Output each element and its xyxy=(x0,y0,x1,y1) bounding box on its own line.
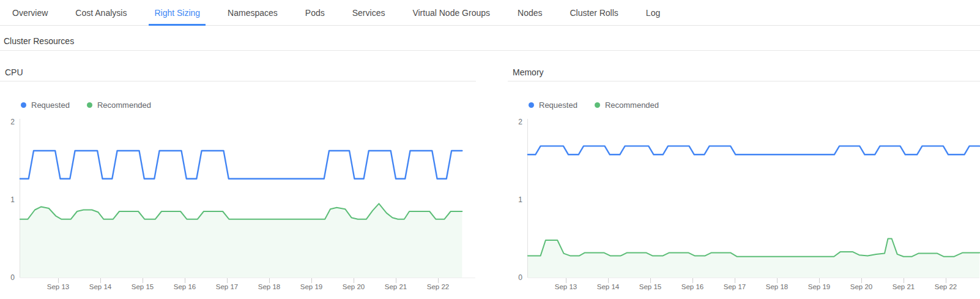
x-axis-label: Sep 17 xyxy=(216,283,238,290)
memory-chart-title: Memory xyxy=(508,67,980,81)
requested-line xyxy=(528,146,979,154)
x-axis-label: Sep 14 xyxy=(597,283,620,290)
tab-namespaces[interactable]: Namespaces xyxy=(228,0,278,25)
legend-item-recommended[interactable]: Recommended xyxy=(595,100,659,110)
requested-dot-icon xyxy=(529,102,534,108)
recommended-dot-icon xyxy=(595,102,600,108)
recommended-area xyxy=(20,203,462,278)
memory-chart-panel: Memory Requested Recommended 012Sep 13Se… xyxy=(508,51,980,293)
x-axis-label: Sep 13 xyxy=(555,283,577,290)
memory-line-chart: 012Sep 13Sep 14Sep 15Sep 16Sep 17Sep 18S… xyxy=(508,115,980,293)
cpu-legend: Requested Recommended xyxy=(21,100,476,110)
x-axis-label: Sep 20 xyxy=(850,283,872,290)
requested-line xyxy=(20,151,462,179)
y-axis-label: 0 xyxy=(518,273,522,282)
x-axis-label: Sep 17 xyxy=(724,283,746,290)
recommended-dot-icon xyxy=(87,102,92,108)
tab-log[interactable]: Log xyxy=(646,0,660,25)
x-axis-label: Sep 15 xyxy=(132,283,154,290)
x-axis-label: Sep 13 xyxy=(47,283,69,290)
legend-item-requested[interactable]: Requested xyxy=(529,100,577,110)
x-axis-label: Sep 22 xyxy=(427,283,449,290)
x-axis-label: Sep 22 xyxy=(935,283,957,290)
legend-label: Recommended xyxy=(605,100,659,110)
tab-pods[interactable]: Pods xyxy=(305,0,325,25)
x-axis-label: Sep 18 xyxy=(766,283,788,290)
y-axis-label: 2 xyxy=(10,118,15,126)
x-axis-label: Sep 16 xyxy=(681,283,703,290)
x-axis-label: Sep 21 xyxy=(385,283,407,290)
x-axis-label: Sep 18 xyxy=(258,283,280,290)
recommended-area xyxy=(528,239,979,278)
x-axis-label: Sep 20 xyxy=(343,283,365,290)
tab-nodes[interactable]: Nodes xyxy=(518,0,542,25)
x-axis-label: Sep 15 xyxy=(639,283,661,290)
y-axis-label: 1 xyxy=(10,195,15,204)
tab-cost-analysis[interactable]: Cost Analysis xyxy=(75,0,127,25)
charts-row: CPU Requested Recommended 012Sep 13Sep 1… xyxy=(0,51,980,293)
y-axis-label: 2 xyxy=(518,118,522,126)
x-axis-label: Sep 19 xyxy=(300,283,322,290)
x-axis-label: Sep 16 xyxy=(174,283,196,290)
y-axis-label: 0 xyxy=(10,273,15,282)
legend-label: Requested xyxy=(539,100,577,110)
legend-label: Recommended xyxy=(97,100,151,110)
memory-legend: Requested Recommended xyxy=(529,100,980,110)
tab-overview[interactable]: Overview xyxy=(12,0,48,25)
tab-bar: Overview Cost Analysis Right Sizing Name… xyxy=(0,0,980,26)
legend-item-recommended[interactable]: Recommended xyxy=(87,100,151,110)
requested-dot-icon xyxy=(21,102,26,108)
cpu-chart-panel: CPU Requested Recommended 012Sep 13Sep 1… xyxy=(0,51,476,293)
x-axis-label: Sep 14 xyxy=(89,283,112,290)
x-axis-label: Sep 21 xyxy=(893,283,915,290)
tab-right-sizing[interactable]: Right Sizing xyxy=(154,0,200,25)
y-axis-label: 1 xyxy=(518,195,522,204)
x-axis-label: Sep 19 xyxy=(808,283,830,290)
cpu-line-chart: 012Sep 13Sep 14Sep 15Sep 16Sep 17Sep 18S… xyxy=(0,115,476,293)
section-title: Cluster Resources xyxy=(0,26,980,51)
cpu-chart-title: CPU xyxy=(0,67,476,81)
legend-item-requested[interactable]: Requested xyxy=(21,100,70,110)
tab-virtual-node-groups[interactable]: Virtual Node Groups xyxy=(412,0,490,25)
tab-cluster-rolls[interactable]: Cluster Rolls xyxy=(570,0,618,25)
tab-services[interactable]: Services xyxy=(352,0,385,25)
legend-label: Requested xyxy=(31,100,70,110)
